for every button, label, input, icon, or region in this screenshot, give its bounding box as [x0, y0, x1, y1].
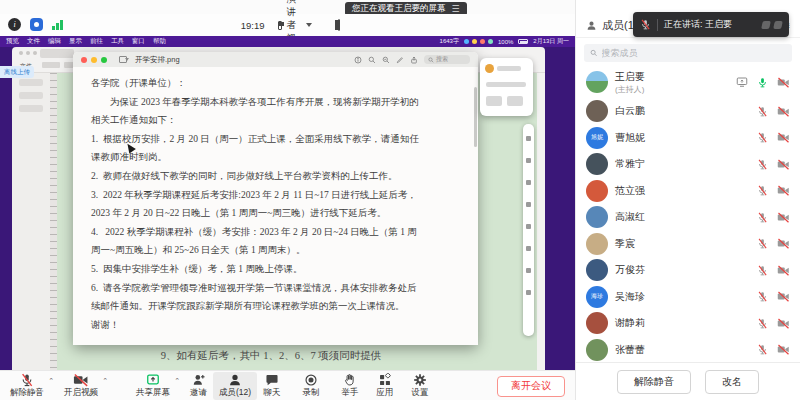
members-icon — [228, 373, 242, 387]
camera-off-icon[interactable] — [777, 106, 790, 117]
member-row[interactable]: 常雅宁 — [576, 151, 800, 178]
camera-off-icon[interactable] — [777, 344, 790, 355]
invite-person-icon — [192, 373, 206, 387]
battery-percent: 100% — [498, 39, 513, 45]
camera-off-icon[interactable] — [777, 291, 790, 302]
member-row[interactable]: 季宸 — [576, 231, 800, 258]
camera-off-icon[interactable] — [777, 212, 790, 223]
camera-off-icon[interactable] — [777, 318, 790, 329]
preview-window: 开学安排.png 搜索 各学院（开课单位）： 为保证 2023 年春季学期 — [73, 52, 478, 345]
share-options-chevron[interactable] — [174, 377, 180, 385]
members-toolbar-button[interactable]: 成员(12) — [213, 372, 257, 400]
member-name: 范立强 — [615, 184, 645, 198]
zoom-in-icon — [368, 56, 376, 64]
members-icon — [586, 20, 597, 31]
meeting-window: 您正在观看王启要的屏幕 19:19 演讲者视图 — [0, 0, 800, 400]
mic-on-icon[interactable] — [757, 77, 768, 88]
share-screen-icon — [146, 373, 160, 387]
unmute-toolbar-button[interactable]: 解除静音 — [4, 372, 50, 400]
camera-off-icon[interactable] — [777, 238, 790, 249]
settings-button[interactable]: 设置 — [405, 372, 434, 400]
menubar-date: 2月13日 周一 — [533, 37, 569, 46]
mic-muted-icon[interactable] — [757, 265, 768, 276]
chevron-down-icon — [306, 23, 312, 27]
mic-muted-icon[interactable] — [757, 344, 768, 355]
chat-button[interactable]: 聊天 — [257, 372, 286, 400]
remote-menubar-status: 1643字 100% 2月13日 周一 — [440, 37, 569, 46]
member-name: 吴海珍 — [615, 290, 645, 304]
reaction-icons — [762, 21, 782, 29]
member-search-box[interactable] — [584, 44, 792, 62]
wps-traffic-lights — [19, 51, 37, 55]
member-row[interactable]: 高淑红 — [576, 204, 800, 231]
raise-hand-button[interactable]: 举手 — [335, 372, 364, 400]
banner-menu-icon[interactable] — [452, 5, 460, 14]
member-role: (主持人) — [615, 84, 645, 95]
record-button[interactable]: 录制 — [296, 372, 325, 400]
camera-off-icon[interactable] — [777, 77, 790, 88]
member-avatar — [586, 259, 608, 281]
member-name: 白云鹏 — [615, 104, 645, 118]
member-row[interactable]: 海珍 吴海珍 — [576, 284, 800, 311]
rename-button[interactable]: 改名 — [705, 370, 759, 394]
mic-muted-icon[interactable] — [757, 318, 768, 329]
member-avatar — [586, 312, 608, 334]
zoom-out-icon — [382, 56, 390, 64]
meeting-security-icon[interactable] — [30, 18, 43, 31]
members-panel: 成员(12) 正在讲话: 王启要 王启要 (主持人) — [575, 0, 800, 400]
member-name: 谢静莉 — [615, 316, 645, 330]
remote-annotation-toolbar — [523, 124, 534, 336]
remote-floating-card — [480, 58, 533, 116]
camera-off-icon[interactable] — [777, 159, 790, 170]
layout-panel-icon[interactable] — [338, 19, 340, 31]
member-search-input[interactable] — [602, 48, 786, 58]
mic-muted-icon[interactable] — [757, 238, 768, 249]
leave-meeting-button[interactable]: 离开会议 — [497, 376, 565, 397]
member-name: 王启要 — [615, 70, 645, 84]
member-row[interactable]: 王启要 (主持人) — [576, 66, 800, 98]
member-list: 王启要 (主持人) 白云鹏 — [576, 66, 800, 362]
mic-muted-icon[interactable] — [757, 185, 768, 196]
invite-button[interactable]: 邀请 — [184, 372, 213, 400]
preview-titlebar: 开学安排.png 搜索 — [73, 52, 478, 67]
meeting-info-icon[interactable] — [8, 18, 21, 31]
meeting-toolbar: 解除静音 开启视频 共享屏幕 邀请 成员(12) 聊天 录制 — [0, 370, 575, 400]
camera-off-icon[interactable] — [777, 185, 790, 196]
share-screen-button[interactable]: 共享屏幕 — [130, 372, 176, 400]
camera-off-icon[interactable] — [777, 132, 790, 143]
mic-muted-icon[interactable] — [757, 291, 768, 302]
speaking-toast: 正在讲话: 王启要 — [633, 12, 789, 37]
search-icon — [590, 49, 598, 57]
traffic-minimize-icon — [91, 57, 97, 63]
mic-muted-icon[interactable] — [757, 106, 768, 117]
notice-document: 各学院（开课单位）： 为保证 2023 年春季学期本科教学各项工作有序开展，现将… — [73, 67, 478, 345]
member-row[interactable]: 旭妮 曹旭妮 — [576, 125, 800, 152]
mic-muted-icon[interactable] — [757, 132, 768, 143]
member-row[interactable]: 张蕾蕾 — [576, 337, 800, 363]
unmute-button[interactable]: 解除静音 — [617, 370, 691, 394]
shared-screen-view: 预览文件编辑显示前往工具窗口帮助 1643字 100% 2月13日 周一 离线上… — [0, 36, 575, 370]
mic-options-chevron[interactable] — [48, 377, 54, 385]
camera-off-icon[interactable] — [777, 265, 790, 276]
markup-pen-icon — [396, 56, 404, 64]
gear-icon — [413, 373, 427, 387]
member-row[interactable]: 谢静莉 — [576, 310, 800, 337]
chat-icon — [265, 373, 279, 387]
camera-options-chevron[interactable] — [102, 377, 108, 385]
mic-muted-icon[interactable] — [757, 159, 768, 170]
meeting-time: 19:19 — [241, 20, 265, 31]
mic-muted-icon[interactable] — [757, 212, 768, 223]
camera-toolbar-button[interactable]: 开启视频 — [58, 372, 104, 400]
member-row[interactable]: 白云鹏 — [576, 98, 800, 125]
battery-icon — [518, 39, 528, 44]
apps-button[interactable]: 应用 — [370, 372, 399, 400]
speaking-toast-text: 正在讲话: 王启要 — [664, 18, 732, 31]
record-icon — [304, 373, 318, 387]
raise-hand-icon — [343, 373, 357, 387]
member-avatar — [586, 71, 608, 93]
network-signal-icon[interactable] — [52, 19, 63, 30]
member-row[interactable]: 范立强 — [576, 178, 800, 205]
member-row[interactable]: 万俊芬 — [576, 257, 800, 284]
member-name: 高淑红 — [615, 210, 645, 224]
screen-sharing-icon — [736, 76, 748, 88]
